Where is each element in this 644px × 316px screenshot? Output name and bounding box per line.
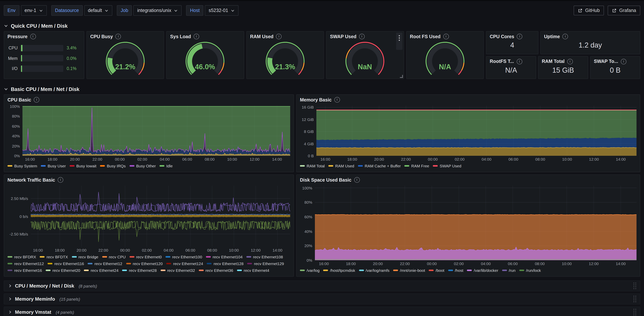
legend-item[interactable]: recv Ethernet0 [129,254,162,260]
info-icon[interactable]: i [34,97,39,102]
legend-item[interactable]: RAM Free [404,162,429,169]
panel-title[interactable]: Memory Basic [300,97,332,102]
dashboard-link-github[interactable]: GitHub [574,6,604,15]
legend-item[interactable]: recv Ethernet104 [206,254,242,260]
legend-item[interactable]: RAM Total [300,162,325,169]
panel-title[interactable]: SWAP Used [330,34,356,39]
variable-value-dropdown[interactable]: integrations/unix [134,5,182,16]
legend-item[interactable]: recv Ethernet32 [160,267,195,274]
legend-item[interactable]: recv Bridge [72,254,98,260]
variable-value-dropdown[interactable]: default [84,5,112,16]
row-header-quick[interactable]: Quick CPU / Mem / Disk [4,22,640,30]
legend-swatch [100,165,105,166]
legend-item[interactable]: recv Ethernet128 [207,260,244,267]
gauge-arc: 21.2% [88,40,162,77]
info-icon[interactable]: i [194,34,199,39]
panel-title[interactable]: Root FS Used [410,34,440,39]
legend-item[interactable]: recv Ethernet36 [199,267,233,274]
legend-item[interactable]: recv Ethernet100 [166,254,202,260]
legend-item[interactable]: recv Ethernet129 [247,260,284,267]
legend-item[interactable]: RAM Used [328,162,354,169]
legend-item[interactable]: /var/log/ramfs [359,267,390,274]
legend-item[interactable]: /host [448,267,463,274]
legend-item[interactable]: recv Ethernet20 [46,267,80,274]
legend-item[interactable]: Busy User [41,162,66,169]
info-icon[interactable]: i [621,58,626,64]
info-icon[interactable]: i [443,34,449,39]
legend-item[interactable]: RAM Cache + Buffer [358,162,401,169]
legend-item[interactable]: Busy Other [129,162,156,169]
panel-title[interactable]: SWAP To... [594,59,618,64]
plot-area[interactable] [22,106,290,156]
panel-title[interactable]: CPU Basic [8,97,31,102]
legend-item[interactable]: recv Ethernet4 [237,267,270,274]
legend-swatch [404,165,410,166]
panel-title[interactable]: Uptime [544,34,560,39]
info-icon[interactable]: i [354,177,360,183]
dashboard-link-grafana[interactable]: Grafana [608,6,640,15]
info-icon[interactable]: i [58,177,63,183]
legend-label: recv Bridge [78,254,98,259]
variable-label: Env [4,5,19,16]
legend-item[interactable]: recv BFDTX [40,254,68,260]
row-header-collapsed[interactable]: Memory Vmstat(4 panels) [4,307,640,316]
legend-item[interactable]: recv Ethernet16 [8,267,42,274]
info-icon[interactable]: i [359,34,365,39]
legend-item[interactable]: /host/tpcmdisk [323,267,355,274]
x-tick-label: 16:00 [320,157,330,161]
panel-title[interactable]: RootFS T... [490,59,514,64]
legend-item[interactable]: Idle [160,162,172,169]
legend-item[interactable]: recv CPU [102,254,126,260]
legend-item[interactable]: recv Ethernet24 [84,267,118,274]
panel-title[interactable]: RAM Used [250,34,274,39]
legend-item[interactable]: recv BFDRX [8,254,36,260]
info-icon[interactable]: i [30,34,36,39]
panel-title[interactable]: CPU Busy [90,34,113,39]
legend-item[interactable]: /run [502,267,516,274]
info-icon[interactable]: i [567,58,573,64]
panel-title[interactable]: Network Traffic Basic [8,177,55,182]
panel-title[interactable]: CPU Cores [490,34,514,39]
info-icon[interactable]: i [116,34,121,39]
legend-item[interactable]: Busy System [8,162,37,169]
legend-item[interactable]: recv Ethernet28 [122,267,157,274]
panel-title[interactable]: Sys Load [170,34,191,39]
row-header-basic[interactable]: Basic CPU / Mem / Net / Disk [4,85,640,93]
legend-item[interactable]: Busy Iowait [70,162,96,169]
legend-item[interactable]: recv Ethernet116 [48,260,84,267]
info-icon[interactable]: i [517,34,522,39]
plot-area[interactable] [31,186,290,247]
plot-area[interactable] [316,106,636,156]
legend-item[interactable]: SWAP Used [433,162,462,169]
plot-area[interactable] [315,186,636,260]
legend-item[interactable]: Busy IRQs [100,162,126,169]
drag-handle[interactable] [634,283,636,289]
legend-item[interactable]: recv Ethernet120 [126,260,163,267]
legend-item[interactable]: /var/lib/docker [467,267,498,274]
legend-item[interactable]: recv Ethernet124 [166,260,203,267]
drag-handle[interactable] [634,309,636,315]
resize-handle[interactable] [400,75,403,78]
panel-title[interactable]: Pressure [8,34,28,39]
drag-handle[interactable] [634,296,636,302]
legend-item[interactable]: /var/log [300,267,320,274]
row-header-collapsed[interactable]: CPU / Memory / Net / Disk(8 panels) [4,280,640,291]
legend-item[interactable]: /mnt/onie-boot [393,267,425,274]
panel-menu-icon[interactable] [396,32,402,50]
legend-swatch [160,270,165,271]
legend-item[interactable]: recv Ethernet12 [88,260,122,267]
panel-title[interactable]: Disk Space Used Basic [300,177,352,182]
legend-item[interactable]: recv Ethernet108 [246,254,283,260]
panel-title[interactable]: RAM Total [542,59,564,64]
legend-item[interactable]: /boot [429,267,444,274]
info-icon[interactable]: i [334,97,340,102]
gauge-value: 21.3% [275,63,295,71]
legend-item[interactable]: /run/lock [519,267,541,274]
legend-item[interactable]: recv Ethernet112 [8,260,44,267]
info-icon[interactable]: i [516,58,522,64]
info-icon[interactable]: i [562,34,568,39]
row-header-collapsed[interactable]: Memory Meminfo(15 panels) [4,294,640,304]
info-icon[interactable]: i [276,34,282,39]
variable-value-dropdown[interactable]: env-1 [21,5,47,16]
variable-value-dropdown[interactable]: s5232-01 [205,5,238,16]
